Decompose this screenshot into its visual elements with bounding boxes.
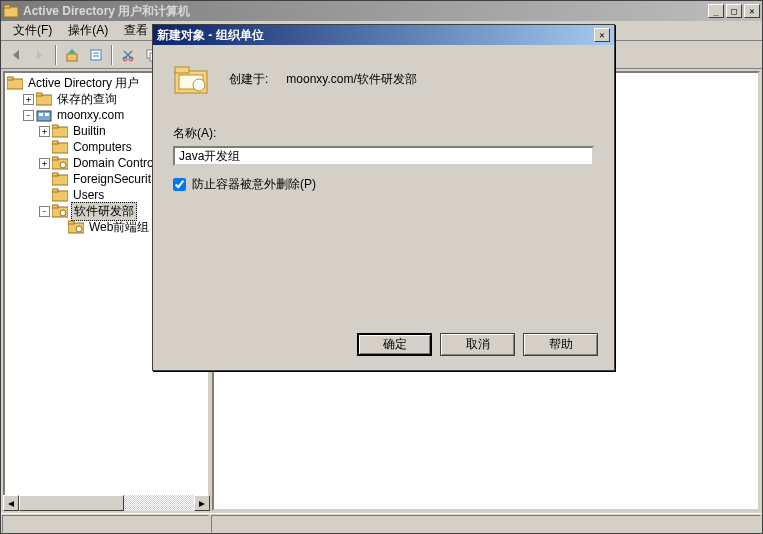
dialog-title: 新建对象 - 组织单位 — [157, 27, 594, 44]
tree-label: 保存的查询 — [55, 91, 119, 108]
svg-rect-6 — [91, 50, 101, 60]
help-button[interactable]: 帮助 — [523, 333, 598, 356]
status-cell-right — [211, 515, 761, 533]
protect-label: 防止容器被意外删除(P) — [192, 176, 316, 193]
menu-action[interactable]: 操作(A) — [60, 20, 116, 41]
svg-rect-20 — [39, 113, 43, 116]
toolbar-separator — [111, 45, 113, 65]
blank-toggle — [39, 142, 50, 153]
main-title: Active Directory 用户和计算机 — [23, 3, 708, 20]
folder-icon — [52, 172, 68, 186]
folder-icon — [52, 188, 68, 202]
protect-checkbox[interactable] — [173, 178, 186, 191]
ad-icon — [7, 76, 23, 90]
tree-hscrollbar[interactable]: ◂ ▸ — [3, 495, 210, 511]
status-cell-left — [2, 515, 209, 533]
app-icon — [3, 3, 19, 19]
back-button[interactable] — [5, 44, 27, 66]
blank-toggle — [39, 190, 50, 201]
statusbar — [1, 513, 762, 533]
tree-label: Builtin — [71, 124, 108, 138]
dialog-header: 创建于: moonxy.com/软件研发部 — [173, 61, 594, 97]
protect-row: 防止容器被意外删除(P) — [173, 176, 594, 193]
created-in-label: 创建于: — [229, 71, 268, 88]
properties-button[interactable] — [85, 44, 107, 66]
tree-label: Users — [71, 188, 106, 202]
svg-marker-2 — [13, 50, 19, 60]
svg-rect-16 — [7, 77, 13, 80]
svg-point-38 — [76, 226, 82, 232]
cut-button[interactable] — [117, 44, 139, 66]
svg-marker-5 — [68, 49, 76, 53]
svg-rect-25 — [52, 141, 58, 144]
ou-icon — [52, 204, 68, 218]
window-controls: _ □ ✕ — [708, 4, 760, 18]
dialog-close-button[interactable]: ✕ — [594, 28, 610, 42]
svg-rect-1 — [4, 5, 10, 8]
minimize-button[interactable]: _ — [708, 4, 724, 18]
dialog-buttons: 确定 取消 帮助 — [153, 323, 614, 370]
forward-button[interactable] — [29, 44, 51, 66]
tree-label: Domain Control — [71, 156, 158, 170]
scroll-left-button[interactable]: ◂ — [3, 495, 19, 511]
main-titlebar: Active Directory 用户和计算机 _ □ ✕ — [1, 1, 762, 21]
collapse-icon[interactable]: - — [23, 110, 34, 121]
scroll-right-button[interactable]: ▸ — [194, 495, 210, 511]
svg-rect-34 — [52, 205, 58, 208]
svg-rect-32 — [52, 189, 58, 192]
menu-view[interactable]: 查看 — [116, 20, 156, 41]
svg-rect-18 — [36, 93, 42, 96]
svg-rect-4 — [67, 54, 77, 61]
toolbar-separator — [55, 45, 57, 65]
expand-icon[interactable]: + — [39, 126, 50, 137]
svg-rect-40 — [175, 67, 189, 73]
close-button[interactable]: ✕ — [744, 4, 760, 18]
dialog-body: 创建于: moonxy.com/软件研发部 名称(A): 防止容器被意外删除(P… — [153, 45, 614, 323]
new-ou-dialog: 新建对象 - 组织单位 ✕ 创建于: moonxy.com/软件研发部 名称(A… — [152, 24, 615, 371]
ok-button[interactable]: 确定 — [357, 333, 432, 356]
blank-toggle — [39, 174, 50, 185]
scroll-thumb[interactable] — [19, 495, 124, 511]
ou-icon — [68, 220, 84, 234]
tree-label: moonxy.com — [55, 108, 126, 122]
folder-icon — [52, 124, 68, 138]
expand-icon[interactable]: + — [39, 158, 50, 169]
name-label: 名称(A): — [173, 125, 594, 142]
folder-icon — [36, 92, 52, 106]
up-button[interactable] — [61, 44, 83, 66]
svg-rect-27 — [52, 157, 58, 160]
tree-label: ForeignSecurit — [71, 172, 153, 186]
tree-label: Computers — [71, 140, 134, 154]
ou-large-icon — [173, 61, 209, 97]
svg-rect-37 — [68, 221, 74, 224]
tree-label: Active Directory 用户 — [26, 75, 141, 92]
collapse-icon[interactable]: - — [39, 206, 50, 217]
domain-icon — [36, 108, 52, 122]
ou-icon — [52, 156, 68, 170]
dialog-titlebar: 新建对象 - 组织单位 ✕ — [153, 25, 614, 45]
expand-icon[interactable]: + — [23, 94, 34, 105]
maximize-button[interactable]: □ — [726, 4, 742, 18]
scroll-track[interactable] — [19, 495, 194, 511]
cancel-button[interactable]: 取消 — [440, 333, 515, 356]
svg-rect-23 — [52, 125, 58, 128]
svg-point-35 — [60, 210, 66, 216]
svg-point-42 — [193, 79, 205, 91]
name-input[interactable] — [173, 146, 594, 166]
folder-icon — [52, 140, 68, 154]
blank-toggle — [55, 222, 66, 233]
svg-rect-30 — [52, 173, 58, 176]
svg-point-28 — [60, 162, 66, 168]
svg-rect-21 — [45, 113, 49, 116]
menu-file[interactable]: 文件(F) — [5, 20, 60, 41]
svg-marker-3 — [37, 50, 43, 60]
tree-label: Web前端组 — [87, 219, 151, 236]
created-in-path: moonxy.com/软件研发部 — [286, 71, 416, 88]
